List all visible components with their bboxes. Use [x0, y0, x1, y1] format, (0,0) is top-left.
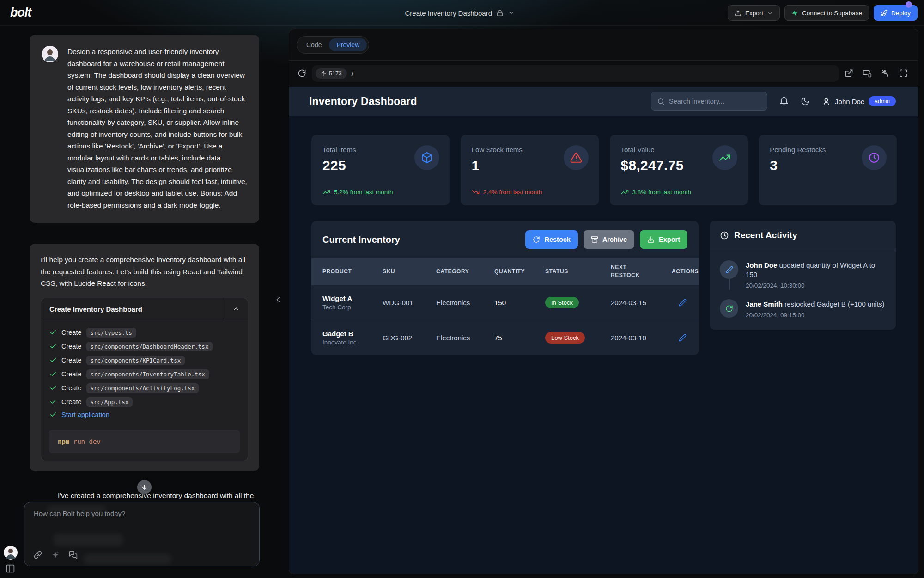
tab-preview[interactable]: Preview	[329, 38, 367, 51]
workbench-panel: Code Preview 5173 / Invent	[289, 29, 918, 574]
check-icon	[49, 357, 57, 364]
task-file[interactable]: src/components/InventoryTable.tsx	[86, 369, 209, 379]
table-header-row: Product SKU Category Quantity Status Nex…	[311, 258, 699, 285]
blurred-content	[54, 534, 123, 546]
task-action: Create	[61, 343, 82, 350]
col-quantity: Quantity	[494, 262, 545, 281]
url-field[interactable]: 5173 /	[312, 65, 839, 82]
activity-item: John Doe updated quantity of Widget A to…	[720, 260, 886, 289]
search-input[interactable]	[669, 98, 761, 105]
chevron-down-icon	[767, 10, 773, 16]
command-args: run dev	[73, 438, 101, 445]
product-quantity[interactable]: 150	[494, 299, 545, 307]
tab-code[interactable]: Code	[299, 38, 329, 51]
product-supplier: Innovate Inc	[322, 339, 379, 346]
kpi-delta-text: 3.8% from last month	[632, 189, 692, 196]
edit-pencil-icon[interactable]	[679, 334, 687, 342]
recent-activity-panel: Recent Activity John Doe updated quantit…	[710, 221, 896, 330]
product-supplier: Tech Corp	[322, 304, 379, 311]
kpi-card-pending-restocks: Pending Restocks 3	[759, 135, 897, 205]
chevron-up-icon	[232, 305, 240, 313]
dashboard-header: Inventory Dashboard John Doe admin	[289, 87, 918, 116]
port-pill[interactable]: 5173	[316, 68, 347, 79]
trending-up-icon	[621, 188, 629, 196]
export-csv-button[interactable]: Export	[640, 230, 687, 249]
task-file[interactable]: src/components/DashboardHeader.tsx	[86, 342, 213, 351]
role-badge: admin	[869, 96, 896, 106]
chat-bubbles-icon[interactable]	[69, 551, 78, 560]
activity-time: 20/02/2024, 10:30:00	[746, 282, 886, 289]
edit-pencil-icon[interactable]	[679, 299, 687, 307]
product-name: Widget A	[322, 295, 379, 302]
kpi-row: Total Items 225 5.2% from last month Low…	[311, 135, 897, 205]
task-card-title: Create Inventory Dashboard	[41, 298, 224, 320]
dark-mode-toggle-icon[interactable]	[801, 97, 810, 106]
export-button[interactable]: Export	[728, 5, 780, 21]
assistant-outro-text: I've created a comprehensive inventory d…	[58, 492, 261, 500]
bell-icon[interactable]	[779, 97, 789, 106]
task-card-collapse-button[interactable]	[224, 298, 248, 320]
assistant-intro-text: I'll help you create a comprehensive inv…	[41, 254, 248, 289]
trending-up-icon	[322, 188, 330, 196]
upload-icon	[735, 10, 742, 17]
collapse-chat-handle[interactable]	[274, 295, 283, 304]
panel-left-icon[interactable]	[6, 564, 15, 573]
export-label: Export	[745, 10, 763, 17]
top-bar: bolt Create Inventory Dashboard Export C…	[0, 0, 924, 26]
package-icon	[414, 145, 439, 170]
open-external-icon[interactable]	[845, 69, 853, 78]
view-mode-toggle: Code Preview	[297, 36, 369, 54]
task-file[interactable]: src/App.tsx	[86, 397, 133, 407]
alert-triangle-icon	[564, 145, 589, 170]
devices-icon[interactable]	[863, 69, 872, 78]
restock-button[interactable]: Restock	[525, 230, 578, 249]
deploy-label: Deploy	[891, 10, 911, 17]
product-quantity[interactable]: 75	[494, 334, 545, 342]
fullscreen-icon[interactable]	[899, 69, 908, 78]
notification-dot	[906, 1, 912, 8]
inventory-title: Current Inventory	[322, 234, 400, 245]
profile-avatar[interactable]	[4, 546, 18, 560]
chat-input-box[interactable]	[24, 502, 260, 566]
activity-user: Jane Smith	[746, 300, 783, 308]
archive-button[interactable]: Archive	[584, 230, 634, 249]
current-inventory-panel: Current Inventory Restock Archive Exp	[311, 221, 699, 355]
deploy-button[interactable]: Deploy	[874, 5, 918, 21]
reload-icon[interactable]	[298, 69, 306, 78]
user-menu[interactable]: John Doe admin	[822, 96, 896, 106]
download-icon	[647, 236, 655, 243]
port-number: 5173	[329, 70, 342, 77]
task-item: Create src/types.ts	[49, 328, 239, 338]
col-product: Product	[322, 262, 383, 281]
task-file[interactable]: src/components/ActivityLog.tsx	[86, 383, 199, 393]
connect-supabase-label: Connect to Supabase	[802, 10, 862, 17]
project-title-menu[interactable]: Create Inventory Dashboard	[405, 0, 515, 26]
task-file[interactable]: src/components/KPICard.tsx	[86, 356, 185, 365]
inventory-search[interactable]	[651, 92, 767, 111]
terminal-command: npm run dev	[49, 430, 240, 453]
start-application-link[interactable]: Start application	[61, 411, 109, 418]
attach-link-icon[interactable]	[34, 551, 42, 560]
user-icon	[822, 97, 831, 106]
pointer-toggle-icon[interactable]	[881, 69, 890, 78]
scroll-to-bottom-button[interactable]	[137, 480, 152, 494]
activity-item: Jane Smith restocked Gadget B (+100 unit…	[720, 299, 886, 319]
kpi-delta-text: 5.2% from last month	[334, 189, 393, 196]
connect-supabase-button[interactable]: Connect to Supabase	[784, 5, 869, 21]
blurred-content	[47, 506, 107, 513]
task-item: Create src/components/InventoryTable.tsx	[49, 369, 239, 379]
check-icon	[49, 384, 57, 392]
project-title: Create Inventory Dashboard	[405, 9, 492, 17]
archive-label: Archive	[602, 236, 627, 243]
kpi-card-total-items: Total Items 225 5.2% from last month	[311, 135, 450, 205]
sparkles-icon[interactable]	[51, 551, 60, 560]
task-file[interactable]: src/types.ts	[86, 328, 136, 338]
activity-text: restocked Gadget B (+100 units)	[784, 300, 884, 308]
chat-textarea[interactable]	[34, 510, 250, 537]
activity-time: 20/02/2024, 09:15:00	[746, 312, 885, 319]
clock-icon	[862, 145, 887, 170]
task-action: Create	[61, 370, 82, 378]
task-item: Create src/App.tsx	[49, 397, 239, 407]
table-row: Widget A Tech Corp WDG-001 Electronics 1…	[311, 285, 699, 320]
chevron-down-icon	[508, 10, 515, 16]
